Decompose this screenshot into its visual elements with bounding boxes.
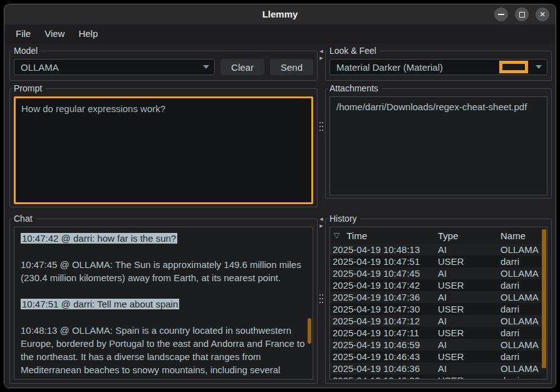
splitter-collapse-left-icon[interactable]: ◀ [318,216,325,222]
theme-combobox[interactable]: Material Darker (Material) [329,59,547,75]
window-title: Llemmy [4,4,556,24]
history-cell-time: 2025-04-19 10:48:13 [333,244,438,255]
history-row[interactable]: 2025-04-19 10:46:36 AI OLLAMA [330,363,542,374]
attachments-group-label: Attachments [328,83,381,93]
chat-group-label: Chat [12,214,36,224]
splitter-collapse-right-icon[interactable]: ▶ [318,223,325,229]
history-row[interactable]: 2025-04-19 10:47:11 USER darri [330,327,542,339]
history-cell-name: OLLAMA [500,244,542,255]
history-cell-time: 2025-04-19 10:47:11 [333,327,438,339]
chat-messages: 10:47:42 @ darri: how far is the sun? 10… [21,232,306,379]
chat-log[interactable]: 10:47:42 @ darri: how far is the sun? 10… [14,227,313,379]
chat-group: Chat 10:47:42 @ darri: how far is the su… [9,214,318,384]
maximize-button[interactable] [515,8,529,21]
splitter-handle-bottom[interactable]: ◀ ▶ [318,214,325,384]
chat-message: 10:47:42 @ darri: how far is the sun? [21,232,306,245]
clear-button[interactable]: Clear [220,59,264,75]
main-content: Model OLLAMA Clear Send Look & Feel Mate… [4,43,556,388]
close-button[interactable]: ✕ [536,8,549,21]
history-table: ▽ Time Type Name 2025-04-19 10:48:13 AI … [329,227,547,379]
splitter-collapse-left-icon[interactable]: ◀ [318,48,325,54]
history-cell-type: USER [438,303,500,315]
history-cell-name: darri [500,255,542,267]
model-combobox[interactable]: OLLAMA [14,59,215,75]
history-cell-time: 2025-04-19 10:47:42 [333,279,438,291]
history-header: ▽ Time Type Name [330,227,547,244]
chat-scrollbar[interactable] [308,227,312,379]
column-header-type[interactable]: Type [438,230,500,241]
splitter-grip-icon[interactable] [319,293,324,304]
history-cell-type: USER [438,255,500,267]
chat-scrollbar-thumb[interactable] [308,318,311,344]
look-and-feel-group: Look & Feel Material Darker (Material) [325,46,552,81]
attachment-item[interactable]: /home/darri/Downloads/regex-cheat-sheet.… [331,101,546,113]
prompt-textarea[interactable]: How do regular expressions work? [14,96,313,204]
splitter-handle-top[interactable]: ◀ ▶ [318,46,325,207]
history-cell-type: AI [438,244,500,255]
history-row[interactable]: 2025-04-19 10:47:30 USER darri [330,303,542,315]
send-button[interactable]: Send [270,59,313,75]
history-scrollbar[interactable] [542,227,546,379]
history-row[interactable]: 2025-04-19 10:48:13 AI OLLAMA [330,244,542,255]
minimize-button[interactable] [494,8,508,21]
history-cell-time: 2025-04-19 10:47:30 [333,303,438,315]
history-cell-type: USER [438,351,500,363]
history-row[interactable]: 2025-04-19 10:47:51 USER darri [330,255,542,267]
history-cell-name: OLLAMA [500,291,542,303]
column-header-name[interactable]: Name [500,230,547,241]
menu-item[interactable]: File [9,24,38,43]
history-cell-time: 2025-04-19 10:47:36 [333,291,438,303]
history-cell-name: darri [500,351,542,363]
history-row[interactable]: 2025-04-19 10:46:43 USER darri [330,351,542,363]
history-cell-name: darri [500,279,542,291]
menu-item[interactable]: Help [71,24,105,43]
history-cell-name: OLLAMA [500,339,542,351]
history-row[interactable]: 2025-04-19 10:47:36 AI OLLAMA [330,291,542,303]
history-cell-type: AI [438,315,500,327]
history-row[interactable]: 2025-04-19 10:46:33 USER darri [330,374,542,379]
splitter-collapse-right-icon[interactable]: ▶ [318,55,325,61]
close-icon: ✕ [539,11,546,18]
look-and-feel-group-label: Look & Feel [328,46,380,56]
prompt-group-label: Prompt [12,83,45,93]
chat-message: 10:47:51 @ darri: Tell me about spain [21,297,306,311]
attachments-list: /home/darri/Downloads/regex-cheat-sheet.… [329,96,547,195]
menubar: File View Help [4,24,556,43]
history-row[interactable]: 2025-04-19 10:47:45 AI OLLAMA [330,267,542,279]
history-cell-name: OLLAMA [500,315,542,327]
history-cell-time: 2025-04-19 10:46:59 [333,339,438,351]
history-row[interactable]: 2025-04-19 10:47:12 AI OLLAMA [330,315,542,327]
column-header-time[interactable]: ▽ Time [333,230,438,241]
history-cell-name: darri [500,303,542,315]
model-group: Model OLLAMA Clear Send [9,46,318,81]
minimize-icon [498,14,504,15]
history-cell-type: AI [438,267,500,279]
history-row[interactable]: 2025-04-19 10:46:59 AI OLLAMA [330,339,542,351]
history-scrollbar-thumb[interactable] [542,229,546,368]
menu-item[interactable]: View [38,24,71,43]
history-group: History ▽ Time Type Name 2025-04-19 10:4… [325,214,552,384]
theme-combobox-value: Material Darker (Material) [336,62,499,73]
history-cell-type: AI [438,291,500,303]
history-cell-time: 2025-04-19 10:47:51 [333,255,438,267]
attachments-group: Attachments /home/darri/Downloads/regex-… [325,83,552,199]
chevron-down-icon [198,59,214,75]
history-cell-name: OLLAMA [500,267,542,279]
history-rows: 2025-04-19 10:48:13 AI OLLAMA 2025-04-19… [330,244,542,379]
theme-color-swatch [499,61,528,73]
history-cell-name: darri [500,327,542,339]
chat-message: 10:48:13 @ OLLAMA: Spain is a country lo… [21,324,306,379]
splitter-grip-icon[interactable] [319,121,324,132]
maximize-icon [519,12,525,18]
history-cell-time: 2025-04-19 10:47:12 [333,315,438,327]
model-group-label: Model [12,46,41,56]
chevron-down-icon [531,59,547,75]
history-row[interactable]: 2025-04-19 10:47:42 USER darri [330,279,542,291]
history-cell-type: AI [438,339,500,351]
model-combobox-value: OLLAMA [21,62,198,73]
prompt-group: Prompt How do regular expressions work? [9,83,318,207]
history-cell-type: USER [438,327,500,339]
window-titlebar[interactable]: Llemmy ✕ [4,4,556,24]
history-cell-time: 2025-04-19 10:47:45 [333,267,438,279]
sort-descending-icon: ▽ [333,232,340,239]
